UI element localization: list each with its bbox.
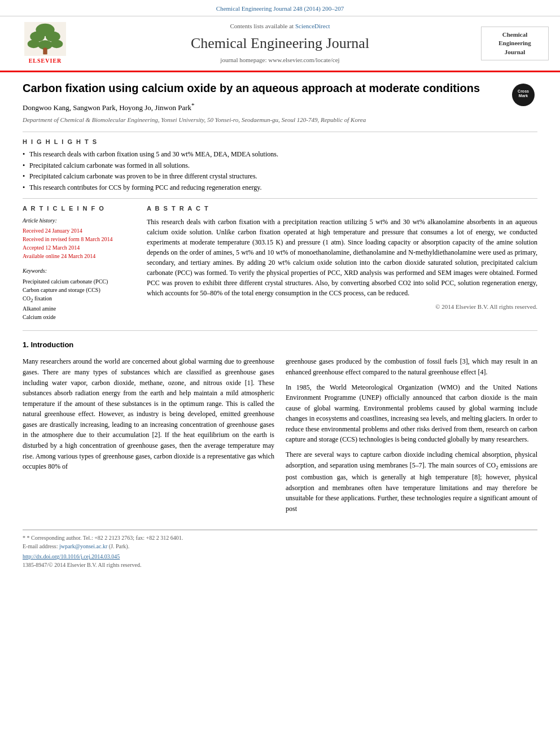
highlight-item-1: This research deals with carbon fixation… [23,150,537,159]
keyword-4: Alkanol amine [23,304,135,313]
journal-box-line3: Journal [505,49,526,55]
article-info-abstract: A R T I C L E I N F O Article history: R… [23,204,537,321]
keyword-1: Precipitated calcium carbonate (PCC) [23,277,135,286]
crossmark-badge-section: Cross Mark [509,81,537,109]
intro-para-right-3: There are several ways to capture carbon… [286,449,537,514]
copyright-line: © 2014 Elsevier B.V. All rights reserved… [147,303,537,312]
highlight-item-4: This research contributes for CCS by for… [23,183,537,193]
history-online: Available online 24 March 2014 [23,252,135,260]
intro-para-right-2: In 1985, the World Meteorological Organi… [286,382,537,445]
intro-col-left: Many researchers around the world are co… [23,356,274,518]
footnote-marker: * [23,535,27,541]
svg-rect-9 [43,50,47,54]
keyword-2: Carbon capture and storage (CCS) [23,286,135,294]
main-content: Carbon fixation using calcium oxide by a… [0,72,560,580]
email-suffix: (J. Park). [109,543,129,549]
intro-para-right-1: greenhouse gases produced by the combust… [286,356,537,377]
intro-col-right: greenhouse gases produced by the combust… [286,356,537,518]
highlights-list: This research deals with carbon fixation… [23,150,537,193]
history-received: Received 24 January 2014 [23,226,135,235]
keywords-section: Keywords: Precipitated calcium carbonate… [23,267,135,321]
divider-1 [23,132,537,132]
journal-header-center: Contents lists available at ScienceDirec… [79,22,481,65]
authors-text: Dongwoo Kang, Sangwon Park, Hoyong Jo, J… [23,104,191,112]
article-title-text: Carbon fixation using calcium oxide by a… [23,82,480,94]
history-accepted: Accepted 12 March 2014 [23,243,135,252]
corresponding-marker: * [191,102,195,108]
email-label: E-mail address: [23,543,58,549]
highlight-item-2: Precipitated calcium carbonate was forme… [23,161,537,171]
issn-text: 1385-8947/© 2014 Elsevier B.V. All right… [23,561,537,570]
abstract-text: This research deals with carbon fixation… [147,217,537,298]
sciencedirect-line: Contents lists available at ScienceDirec… [79,22,481,31]
elsevier-logo: ELSEVIER [11,22,79,65]
highlights-label: H I G H L I G H T S [23,138,537,147]
doi-link[interactable]: http://dx.doi.org/10.1016/j.cej.2014.03.… [23,553,537,561]
divider-2 [23,198,537,199]
svg-text:Cross: Cross [518,89,529,93]
svg-point-6 [50,40,63,48]
highlight-item-3: Precipitated calcium carbonate was prove… [23,172,537,181]
sciencedirect-link[interactable]: ScienceDirect [295,23,330,29]
article-info-label: A R T I C L E I N F O [23,204,135,213]
journal-box-line1: Chemical [502,31,528,38]
elsevier-text: ELSEVIER [29,57,62,65]
affiliation-text: Department of Chemical & Biomolecular En… [23,116,537,125]
elsevier-logo-section: ELSEVIER [11,22,79,65]
svg-text:Mark: Mark [519,94,528,98]
journal-box-line2: Engineering [498,40,531,46]
article-title-section: Carbon fixation using calcium oxide by a… [23,81,537,95]
history-revised: Received in revised form 8 March 2014 [23,235,135,243]
highlights-section: H I G H L I G H T S This research deals … [23,138,537,193]
history-title: Article history: [23,217,135,225]
intro-section: 1. Introduction Many researchers around … [23,340,537,518]
keywords-title: Keywords: [23,267,135,276]
divider-3 [23,330,537,331]
keyword-5: Calcium oxide [23,313,135,321]
footnote-text-content: * Corresponding author. Tel.: +82 2 2123… [27,535,183,541]
abstract-column: A B S T R A C T This research deals with… [147,204,537,321]
article-history: Article history: Received 24 January 201… [23,217,135,261]
abstract-label: A B S T R A C T [147,204,537,213]
footnote-author: * * Corresponding author. Tel.: +82 2 21… [23,534,537,542]
top-reference-bar: Chemical Engineering Journal 248 (2014) … [0,0,560,16]
footnote-email: E-mail address: jwpark@yonsei.ac.kr (J. … [23,542,537,551]
journal-reference: Chemical Engineering Journal 248 (2014) … [216,5,344,12]
crossmark-icon: Cross Mark [512,84,535,106]
article-info-column: A R T I C L E I N F O Article history: R… [23,204,135,321]
authors-line: Dongwoo Kang, Sangwon Park, Hoyong Jo, J… [23,101,537,113]
intro-title: 1. Introduction [23,340,537,351]
intro-para-left-1: Many researchers around the world are co… [23,356,274,472]
journal-header: ELSEVIER Contents lists available at Sci… [0,16,560,73]
intro-two-col: Many researchers around the world are co… [23,356,537,518]
journal-name-box: Chemical Engineering Journal [481,27,549,60]
author-email-link[interactable]: jwpark@yonsei.ac.kr [59,543,107,549]
elsevier-tree-icon [23,22,68,56]
journal-title: Chemical Engineering Journal [79,33,481,54]
keyword-3: CO2 fixation [23,294,135,305]
journal-homepage: journal homepage: www.elsevier.com/locat… [79,56,481,65]
page: Chemical Engineering Journal 248 (2014) … [0,0,560,747]
article-footer: * * Corresponding author. Tel.: +82 2 21… [23,530,537,569]
